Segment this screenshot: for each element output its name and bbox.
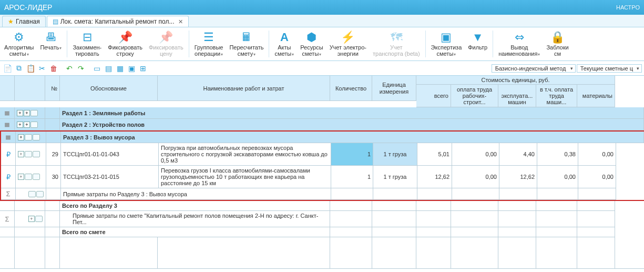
expand-icon[interactable]: + [18,134,24,140]
checkbox[interactable] [36,191,44,197]
total-all-label: Всего по смете [60,227,330,237]
print-button[interactable]: 🖶Печать [37,29,65,58]
expand-icon[interactable]: + [17,122,23,128]
checkbox[interactable] [33,151,40,157]
section-3-label: Раздел 3 : Вывоз мусора [61,132,644,143]
checkbox[interactable] [30,122,38,128]
row-labor[interactable]: 0,00 [452,143,499,166]
expand-icon[interactable]: + [17,110,23,116]
row-qty[interactable]: 1 [331,166,373,188]
checkbox[interactable] [33,174,40,180]
col-mach[interactable]: эксплуата... машин [498,85,536,107]
delete-icon[interactable]: 🗑 [48,63,59,74]
pin-icon: 📌 [159,31,173,44]
filter-button[interactable]: ▼Фильтр [465,29,490,58]
copy-icon[interactable]: ⧉ [14,63,24,74]
fix-price-button: 📌Фиксировать цену [146,29,187,58]
check-doc-icon: ▣ [441,31,452,44]
col-name[interactable]: Наименование работ и затрат [158,76,330,101]
close-icon[interactable]: ✕ [178,18,183,25]
section-row-2[interactable]: ≣ ++ Раздел 2 : Устройство полов [0,119,644,130]
section-row-1[interactable]: ≣ ++ Раздел 1 : Земляные работы [0,107,644,119]
expand-icon[interactable]: + [24,122,30,128]
paste-icon[interactable]: 📋 [25,63,36,74]
row-mat[interactable]: 0,00 [578,143,616,166]
total-row-3[interactable]: Всего по Разделу 3 [0,201,644,211]
method-combo[interactable]: Базисно-индексный метод [492,64,576,73]
row-mach[interactable]: 12,62 [499,166,537,188]
checkbox[interactable] [28,191,36,197]
subtotal-3-label: Прямые затраты по Разделу 3 : Вывоз мусо… [61,188,331,200]
col-inc[interactable]: в т.ч. оплата труда маши... [536,85,577,107]
block-button[interactable]: 🔒Заблоки см [543,29,571,58]
cut-icon[interactable]: ✂ [37,63,47,74]
checkbox[interactable] [25,174,32,180]
row-unit[interactable]: 1 т груза [373,166,417,188]
expand-icon[interactable]: + [18,151,24,157]
row-mach[interactable]: 4,40 [499,143,537,166]
row-unit[interactable]: 1 т груза [373,143,417,166]
subtotal-row-all[interactable]: Σ + Прямые затраты по смете "Капитальный… [0,211,644,227]
redo-icon[interactable]: ↷ [76,63,86,74]
tab-home[interactable]: ★ Главная [2,16,46,27]
tab-home-label: Главная [16,18,40,25]
col-cost-group: Стоимость единицы, руб. [416,76,615,85]
checkbox[interactable] [25,151,32,157]
col-ob[interactable]: Обоснование [60,76,158,101]
col-unit[interactable]: Единица измерения [372,76,416,101]
col-qty[interactable]: Количество [330,76,372,101]
acts-icon: А [280,31,289,44]
recalc-button[interactable]: 🖩Пересчитать смету [226,29,267,58]
tool5-icon[interactable]: ⊞ [138,63,148,74]
undo-icon[interactable]: ↶ [64,63,75,74]
acts-button[interactable]: ААкты сметы [271,29,297,58]
data-row-30[interactable]: ₽ + 30 ТССЦпг03-21-01-015 Перевозка груз… [1,166,644,188]
row-total[interactable]: 5,01 [417,143,452,166]
checkbox[interactable] [35,216,43,222]
col-labor[interactable]: оплата труда рабочих-строит... [451,85,498,107]
transport-button: 🗺Учет транспорта (beta) [370,29,423,58]
algorithms-button[interactable]: ⚙Алгоритмы сметы [1,29,37,58]
cube-icon: ⬢ [306,31,316,44]
total-row-all[interactable]: Всего по смете [0,227,644,237]
settings-link[interactable]: НАСТРО [616,4,640,11]
ruble-icon: ₽ [6,150,11,158]
tool2-icon[interactable]: ▤ [103,63,114,74]
resources-button[interactable]: ⬢Ресурсы сметы [297,29,326,58]
group-ops-button[interactable]: ☰Групповые операции [191,29,227,58]
row-name[interactable]: Перевозка грузов I класса автомобилями-с… [159,166,331,188]
checkbox[interactable] [33,134,40,140]
output-button[interactable]: ⇔Вывод наименования [495,29,543,58]
row-ob[interactable]: ТССЦпг01-01-01-043 [61,143,159,166]
row-qty[interactable]: 1 [331,143,373,166]
data-row-29[interactable]: ₽ + 29 ТССЦпг01-01-01-043 Погрузка при а… [1,143,644,166]
tool1-icon[interactable]: ▭ [91,63,102,74]
comment-button[interactable]: ⊟Закоммен- тировать [69,29,105,58]
prices-combo[interactable]: Текущие сметные ц [577,64,642,73]
text-width-icon: ⇔ [515,31,524,44]
expand-icon[interactable]: + [24,110,30,116]
subtotal-row-3[interactable]: Σ Прямые затраты по Разделу 3 : Вывоз му… [1,188,644,200]
fix-row-button[interactable]: 📌Фиксировать строку [105,29,146,58]
row-inc[interactable]: 0,00 [537,166,578,188]
expand-icon[interactable]: + [18,174,24,180]
tool4-icon[interactable]: ▣ [126,63,137,74]
expertise-button[interactable]: ▣Экспертиза сметы [428,29,465,58]
expand-icon[interactable]: + [28,216,35,222]
tool3-icon[interactable]: ▦ [115,63,125,74]
row-inc[interactable]: 0,38 [537,143,578,166]
new-icon[interactable]: 📄 [2,63,13,74]
col-all[interactable]: всего [416,85,451,107]
row-labor[interactable]: 0,00 [452,166,499,188]
row-total[interactable]: 12,62 [417,166,452,188]
tab-document[interactable]: ▤ Лок. смета: Капитальный ремонт пол... … [47,16,189,27]
col-num[interactable]: № [45,76,60,101]
section-row-3[interactable]: ≣ + Раздел 3 : Вывоз мусора [1,132,644,143]
checkbox[interactable] [25,134,32,140]
checkbox[interactable] [30,110,38,116]
row-ob[interactable]: ТССЦпг03-21-01-015 [61,166,159,188]
energy-button[interactable]: ⚡Учет электро- энергии [326,29,370,58]
row-mat[interactable]: 0,00 [578,166,616,188]
col-mat[interactable]: материалы [577,85,615,107]
row-name[interactable]: Погрузка при автомобильных перевозках му… [159,143,331,166]
